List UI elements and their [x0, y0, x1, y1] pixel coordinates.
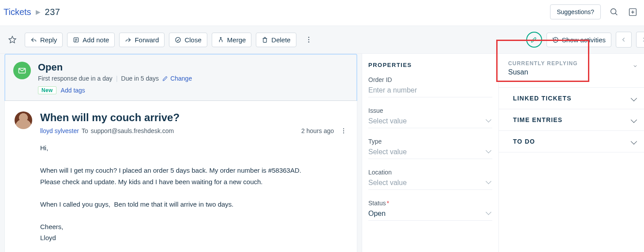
- delete-label: Delete: [271, 36, 290, 44]
- svg-point-12: [308, 39, 309, 41]
- svg-marker-5: [9, 36, 16, 43]
- message-more-icon[interactable]: [340, 127, 347, 134]
- show-activities-label: Show activities: [562, 36, 606, 44]
- chevron-down-icon: [631, 138, 637, 145]
- chevron-down-icon[interactable]: [633, 63, 638, 69]
- svg-point-17: [343, 133, 344, 133]
- properties-heading: PROPERTIES: [368, 62, 492, 68]
- add-note-button[interactable]: Add note: [67, 33, 115, 47]
- close-label: Close: [184, 36, 201, 44]
- check-circle-icon: [175, 37, 181, 43]
- order-id-label: Order ID: [368, 76, 492, 83]
- close-button[interactable]: Close: [169, 33, 207, 47]
- location-select[interactable]: [368, 178, 492, 188]
- requester-avatar[interactable]: [15, 111, 32, 129]
- time-entries-accordion[interactable]: TIME ENTRIES: [499, 109, 644, 131]
- order-id-input[interactable]: [368, 85, 492, 95]
- new-tag: New: [38, 86, 56, 94]
- delete-button[interactable]: Delete: [256, 33, 296, 47]
- breadcrumb-ticket-id: 237: [45, 7, 60, 17]
- chevron-down-icon: [631, 95, 637, 101]
- issue-label: Issue: [368, 107, 492, 114]
- svg-point-11: [308, 37, 309, 38]
- prev-ticket-button[interactable]: [616, 32, 632, 48]
- note-icon: [73, 37, 79, 43]
- forward-icon: [125, 37, 131, 43]
- status-card: Open First response due in a day | Due i…: [4, 54, 357, 101]
- type-select[interactable]: [368, 147, 492, 157]
- currently-replying-name: Susan: [508, 68, 588, 76]
- requester-name[interactable]: lloyd sylvester: [40, 127, 79, 134]
- ticket-subject: When will my couch arrive?: [40, 111, 347, 124]
- add-note-label: Add note: [82, 36, 109, 44]
- ticket-message: When will my couch arrive? lloyd sylvest…: [4, 101, 357, 252]
- svg-point-13: [308, 41, 309, 43]
- trash-icon: [262, 37, 268, 43]
- merge-button[interactable]: Merge: [212, 33, 252, 47]
- svg-point-15: [343, 128, 344, 129]
- svg-point-0: [611, 9, 616, 14]
- more-icon[interactable]: [301, 32, 317, 48]
- edit-icon: [162, 75, 168, 82]
- reply-icon: [30, 37, 37, 43]
- next-ticket-button[interactable]: [636, 32, 644, 48]
- type-label: Type: [368, 138, 492, 145]
- currently-replying-label: CURRENTLY REPLYING: [508, 60, 588, 67]
- merge-icon: [217, 37, 224, 43]
- first-response-due: First response due in a day: [38, 75, 112, 82]
- suggestions-button[interactable]: Suggestions?: [550, 4, 601, 19]
- ticket-status-title: Open: [38, 62, 348, 73]
- todo-accordion[interactable]: TO DO: [499, 131, 644, 152]
- mail-icon: [13, 62, 31, 79]
- search-icon[interactable]: [609, 7, 619, 17]
- add-icon[interactable]: [627, 7, 638, 17]
- svg-point-10: [176, 37, 180, 42]
- due-date: Due in 5 days: [121, 75, 159, 82]
- star-icon[interactable]: [4, 32, 20, 48]
- breadcrumb-root[interactable]: Tickets: [4, 7, 31, 17]
- forward-button[interactable]: Forward: [119, 33, 165, 47]
- svg-line-1: [615, 13, 617, 15]
- history-icon: [552, 37, 559, 43]
- add-tags-link[interactable]: Add tags: [61, 87, 85, 94]
- chevron-down-icon: [631, 117, 637, 123]
- reply-label: Reply: [40, 36, 57, 44]
- reply-button[interactable]: Reply: [25, 33, 63, 47]
- merge-label: Merge: [227, 36, 246, 44]
- message-time: 2 hours ago: [301, 127, 334, 134]
- to-address: support@sauls.freshdesk.com: [91, 127, 174, 134]
- forward-label: Forward: [135, 36, 159, 44]
- message-body: Hi, When will I get my couch? I placed a…: [40, 142, 322, 244]
- linked-tickets-accordion[interactable]: LINKED TICKETS: [499, 88, 644, 109]
- status-label: Status*: [368, 200, 492, 207]
- to-label: To: [82, 127, 88, 134]
- show-activities-button[interactable]: Show activities: [547, 33, 611, 47]
- compose-icon[interactable]: [526, 32, 542, 48]
- breadcrumb: Tickets ▶ 237: [4, 7, 60, 17]
- chevron-right-icon: ▶: [36, 8, 41, 15]
- change-due-link[interactable]: Change: [162, 75, 192, 82]
- issue-select[interactable]: [368, 116, 492, 126]
- status-select[interactable]: [368, 209, 492, 219]
- svg-point-16: [343, 130, 344, 131]
- location-label: Location: [368, 169, 492, 176]
